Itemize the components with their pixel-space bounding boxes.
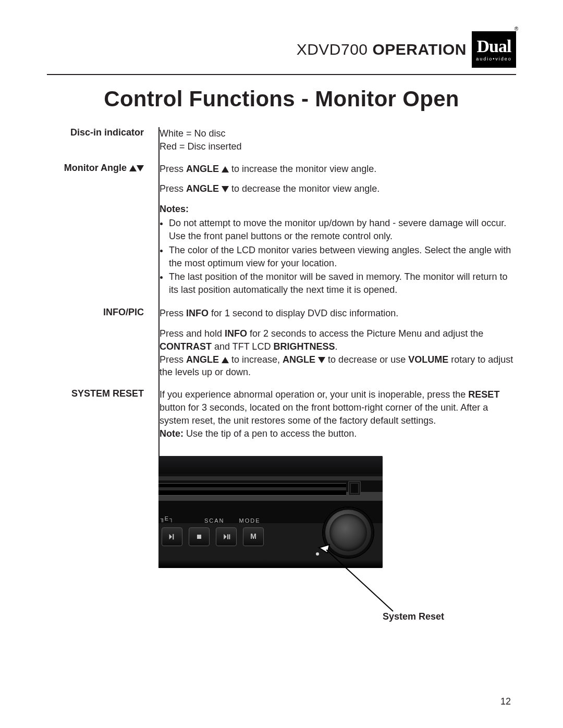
mode-button: M xyxy=(243,527,264,546)
operation-word: OPERATION xyxy=(372,41,467,58)
header-title: XDVD700 OPERATION xyxy=(297,41,467,58)
svg-rect-2 xyxy=(229,534,230,539)
stop-button xyxy=(189,527,210,546)
info-line3: Press ANGLE to increase, ANGLE to decrea… xyxy=(160,353,516,379)
reset-line1: If you experience abnormal operation or,… xyxy=(160,388,516,427)
triangle-up-icon xyxy=(222,166,229,172)
registered-mark: ® xyxy=(515,26,518,32)
triangle-down-icon xyxy=(222,186,229,192)
disc-slot xyxy=(158,483,346,496)
notes-heading: Notes: xyxy=(160,203,516,216)
note-item: The color of the LCD monitor varies betw… xyxy=(169,244,516,270)
reset-pinhole xyxy=(316,552,319,556)
label-monitor-angle: Monitor Angle xyxy=(47,163,151,298)
angle-increase: Press ANGLE to increase the monitor view… xyxy=(160,163,516,176)
note-item: Do not attempt to move the monitor up/do… xyxy=(169,217,516,243)
body-info-pic: Press INFO for 1 second to display DVD d… xyxy=(151,307,516,379)
content-area: Disc-in indicator White = No disc Red = … xyxy=(47,127,516,568)
tune-label: ╖E┐ xyxy=(161,515,174,523)
row-system-reset: SYSTEM RESET If you experience abnormal … xyxy=(47,388,516,567)
page-title: Control Functions - Monitor Open xyxy=(47,87,516,112)
header-rule xyxy=(47,74,516,75)
system-reset-callout: System Reset xyxy=(383,610,444,623)
triangle-up-icon xyxy=(129,165,137,171)
row-monitor-angle: Monitor Angle Press ANGLE to increase th… xyxy=(47,163,516,298)
info-line1: Press INFO for 1 second to display DVD d… xyxy=(160,307,516,320)
body-disc-indicator: White = No disc Red = Disc inserted xyxy=(151,127,516,153)
logo-text-bottom: audio•video xyxy=(476,56,512,61)
body-monitor-angle: Press ANGLE to increase the monitor view… xyxy=(151,163,516,298)
row-info-pic: INFO/PIC Press INFO for 1 second to disp… xyxy=(47,307,516,379)
logo-text-top: Dual xyxy=(477,38,511,55)
notes-list: Do not attempt to move the monitor up/do… xyxy=(160,217,516,297)
button-labels-row: SCAN MODE xyxy=(204,517,261,525)
page-number: 12 xyxy=(500,696,511,707)
scan-label: SCAN xyxy=(204,517,225,525)
play-pause-button xyxy=(216,527,237,546)
svg-rect-1 xyxy=(227,534,228,539)
angle-decrease: Press ANGLE to decrease the monitor view… xyxy=(160,182,516,195)
triangle-up-icon xyxy=(222,357,229,363)
disc-line1: White = No disc xyxy=(160,127,516,140)
device-face: ╖E┐ SCAN MODE xyxy=(158,456,383,568)
svg-rect-0 xyxy=(197,535,201,539)
device-illustration: ╖E┐ SCAN MODE xyxy=(158,456,516,568)
label-system-reset: SYSTEM RESET xyxy=(47,388,151,567)
info-line2: Press and hold INFO for 2 seconds to acc… xyxy=(160,327,516,353)
page-header: XDVD700 OPERATION ® Dual audio•video xyxy=(47,31,516,68)
mode-label: MODE xyxy=(239,517,261,525)
note-item: The last position of the monitor will be… xyxy=(169,270,516,297)
page: XDVD700 OPERATION ® Dual audio•video Con… xyxy=(0,0,563,728)
button-row: M xyxy=(158,527,264,546)
push-button-icon xyxy=(348,481,361,496)
triangle-down-icon xyxy=(318,357,325,363)
row-disc-indicator: Disc-in indicator White = No disc Red = … xyxy=(47,127,516,153)
volume-knob xyxy=(323,508,373,558)
label-info-pic: INFO/PIC xyxy=(47,307,151,379)
reset-line2: Note: Use the tip of a pen to access the… xyxy=(160,427,516,440)
disc-line2: Red = Disc inserted xyxy=(160,140,516,153)
next-track-button xyxy=(162,527,182,546)
brand-logo: ® Dual audio•video xyxy=(472,31,516,68)
model-number: XDVD700 xyxy=(297,41,368,58)
label-disc-indicator: Disc-in indicator xyxy=(47,127,151,153)
body-system-reset: If you experience abnormal operation or,… xyxy=(151,388,516,567)
triangle-down-icon xyxy=(137,165,144,171)
